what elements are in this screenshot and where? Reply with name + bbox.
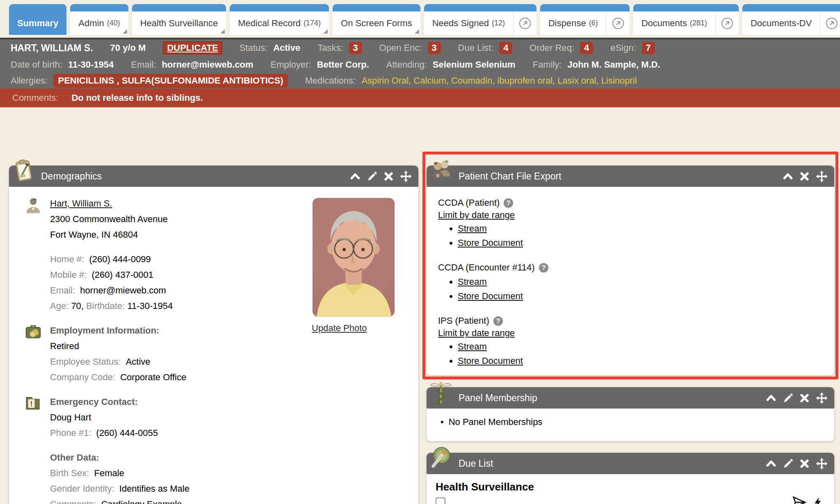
move-icon[interactable]	[816, 170, 828, 182]
collapse-icon[interactable]	[766, 458, 776, 469]
tab-dropdown-corner-icon[interactable]	[323, 29, 328, 34]
tab-summary[interactable]: Summary	[9, 4, 66, 35]
tab-dropdown-corner-icon[interactable]	[220, 29, 225, 34]
move-icon[interactable]	[400, 170, 412, 182]
collapse-icon[interactable]	[783, 171, 793, 182]
demographics-section-heading: !Emergency Contact:	[50, 394, 418, 410]
store-document-link[interactable]: Store Document	[458, 291, 523, 301]
patient-name-link[interactable]: Hart, William S.	[50, 198, 112, 209]
demographics-label: Employee Status:	[50, 356, 121, 367]
status-label: Status:	[240, 43, 267, 53]
close-icon[interactable]	[800, 393, 809, 403]
patient-photo[interactable]	[313, 198, 395, 317]
tab-dropdown-corner-icon[interactable]	[123, 29, 127, 34]
export-list-item: Stream	[458, 341, 834, 353]
demographics-label: Age:	[50, 301, 68, 311]
demographics-value: Fort Wayne, IN 46804	[50, 229, 138, 240]
panel-membership-content: •No Panel Memberships	[427, 409, 834, 427]
medication-link[interactable]: Aspirin Oral	[361, 75, 409, 86]
demographics-panel-header[interactable]: Demographics	[9, 166, 418, 187]
stream-link[interactable]: Stream	[458, 341, 487, 352]
tab-cap	[333, 4, 420, 11]
tab-label: Medical Record	[238, 18, 301, 29]
due-list-section-heading: Health Surveillance	[436, 481, 834, 493]
tab-cap	[633, 4, 739, 11]
employer-label: Employer:	[271, 59, 311, 70]
store-document-link[interactable]: Store Document	[458, 238, 523, 248]
comments-band: Comments: Do not release info to sibling…	[0, 89, 840, 107]
tab-documents-dv[interactable]: Documents-DV	[742, 4, 840, 35]
medication-link[interactable]: Calcium	[413, 75, 446, 86]
help-icon[interactable]: ?	[493, 316, 503, 326]
attending-label: Attending:	[386, 59, 427, 70]
tab-label: Admin	[78, 18, 104, 29]
medication-link[interactable]: Lisinopril	[601, 75, 637, 86]
edit-icon[interactable]	[367, 171, 377, 182]
close-icon[interactable]	[800, 172, 809, 181]
attending-value: Selenium Selenium	[433, 59, 516, 70]
dob-value: 11-30-1954	[68, 59, 114, 70]
tasks-count-badge[interactable]: 3	[349, 42, 362, 54]
tab-dispense[interactable]: Dispense(6)	[540, 4, 630, 35]
panel-membership-header[interactable]: Panel Membership	[427, 387, 834, 409]
limit-by-date-range-link[interactable]: Limit by date range	[438, 210, 515, 220]
tab-medical-record[interactable]: Medical Record(174)	[230, 4, 329, 35]
export-list-item: Store Document	[458, 237, 834, 249]
export-section: CCDA (Encounter #114)?StreamStore Docume…	[438, 261, 834, 302]
open-in-new-window-icon[interactable]	[820, 11, 840, 35]
tab-health-surveillance[interactable]: Health Surveillance	[132, 4, 226, 35]
stream-link[interactable]: Stream	[458, 223, 487, 234]
tab-admin[interactable]: Admin(40)	[70, 4, 128, 35]
esign-count-badge[interactable]: 7	[642, 42, 655, 54]
move-icon[interactable]	[816, 458, 828, 470]
patient-chart-file-export-panel: Patient Chart File Export CCDA (Patient)…	[427, 166, 834, 375]
allergies-pill[interactable]: PENICILLINS , SULFA(SULFONAMIDE ANTIBIOT…	[53, 74, 288, 88]
export-panel-header[interactable]: Patient Chart File Export	[427, 166, 834, 187]
tab-label: Documents-DV	[751, 18, 812, 29]
collapse-icon[interactable]	[766, 393, 776, 403]
order-req-count-badge[interactable]: 4	[580, 42, 593, 54]
clipboard-icon	[12, 158, 35, 184]
help-icon[interactable]: ?	[503, 198, 514, 208]
demographics-label: Phone #1:	[50, 428, 91, 438]
medication-link[interactable]: Coumadin	[451, 75, 492, 86]
open-enc-count-badge[interactable]: 3	[428, 42, 441, 54]
close-icon[interactable]	[384, 172, 393, 181]
medication-link[interactable]: ibuprofen oral	[498, 75, 553, 86]
due-list-label: Due List:	[458, 43, 494, 53]
open-in-new-window-icon[interactable]	[513, 11, 536, 35]
demographics-value: 11-30-1954	[125, 301, 173, 311]
open-in-new-window-icon[interactable]	[606, 11, 630, 35]
tab-dropdown-corner-icon[interactable]	[415, 29, 419, 34]
duplicate-flag[interactable]: DUPLICATE	[163, 41, 222, 54]
help-icon[interactable]: ?	[539, 263, 549, 273]
demographics-labeled-row: Birth Sex: Female	[50, 465, 418, 481]
close-icon[interactable]	[800, 459, 809, 468]
lightning-icon[interactable]	[812, 495, 824, 504]
due-list-item-checkbox[interactable]	[436, 497, 445, 504]
tab-on-screen-forms[interactable]: On Screen Forms	[333, 4, 420, 35]
dob-label: Date of birth:	[11, 59, 62, 70]
stream-link[interactable]: Stream	[458, 277, 487, 287]
demographics-label: Gender Identity:	[50, 484, 114, 494]
send-icon[interactable]	[792, 495, 806, 504]
demographics-labeled-row: Phone #1: (260) 444-0055	[50, 425, 418, 441]
open-in-new-window-icon[interactable]	[715, 11, 739, 35]
due-list-count-badge[interactable]: 4	[499, 42, 512, 54]
update-photo-link[interactable]: Update Photo	[312, 323, 367, 334]
move-icon[interactable]	[816, 392, 828, 404]
due-list-header[interactable]: Due List	[427, 453, 834, 474]
edit-icon[interactable]	[783, 459, 793, 469]
medication-link[interactable]: Lasix oral	[557, 75, 596, 86]
limit-by-date-range-link[interactable]: Limit by date range	[438, 328, 515, 338]
patient-header-row2: Date of birth: 11-30-1954 Email: horner@…	[0, 57, 840, 73]
svg-text:?: ?	[496, 317, 500, 325]
collapse-icon[interactable]	[350, 171, 361, 182]
tab-needs-signed[interactable]: Needs Signed(12)	[424, 4, 536, 35]
edit-icon[interactable]	[783, 393, 793, 403]
employer-value: Better Corp.	[317, 59, 369, 70]
tab-documents[interactable]: Documents(281)	[633, 4, 739, 35]
tab-label: Needs Signed	[432, 18, 489, 29]
tab-label: Health Surveillance	[140, 18, 218, 29]
store-document-link[interactable]: Store Document	[458, 356, 523, 366]
